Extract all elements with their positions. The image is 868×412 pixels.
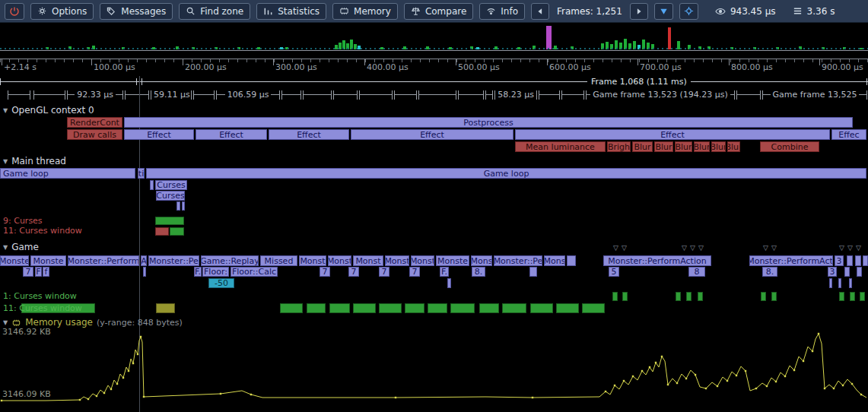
frame-time-bar[interactable] [601,43,604,49]
frame-time-bar[interactable] [470,46,473,49]
zone-bar[interactable] [530,303,553,313]
zone-monste[interactable]: Monste [30,255,66,266]
zone-bar[interactable] [155,217,184,225]
zone-monst[interactable]: Monst [299,255,326,266]
zone-8[interactable]: 8. [762,267,777,277]
zone-7[interactable]: 7 [409,267,420,277]
message-marker-icon[interactable]: ▽ [771,245,777,252]
zone-postprocess[interactable]: Postprocess [124,117,853,128]
subframe-segment[interactable] [125,90,149,100]
zone-blur[interactable]: Blur [711,141,726,152]
zone-bar[interactable] [844,267,850,277]
frame-time-bar[interactable] [192,47,195,49]
zone-curses[interactable]: Curses [155,180,187,190]
zone-bar[interactable] [156,303,175,313]
zone-bar[interactable] [182,201,185,211]
frame-overview[interactable] [0,23,868,51]
section-header-opengl[interactable]: ▼ OpenGL context 0 [3,105,94,116]
zone-effect[interactable]: Effect [124,129,194,140]
frame-time-bar[interactable] [776,47,779,49]
zone-bar[interactable] [838,278,841,288]
frame-time-bar[interactable] [619,43,622,49]
collapse-icon[interactable]: ▼ [3,158,8,165]
message-marker-icon[interactable]: ▽ [690,245,695,252]
options-button[interactable]: Options [30,3,94,20]
info-button[interactable]: Info [479,3,525,20]
zone-game-loop[interactable]: Game loop [0,168,135,179]
zone-curses[interactable]: Curses [156,191,185,201]
zone-8[interactable]: 8 [688,267,705,277]
zone-missed[interactable]: Missed [260,255,297,266]
frame-time-bar[interactable] [350,40,353,49]
frame-bar-row[interactable]: Frame 1,068 (1.11 ms) [0,76,868,87]
frame-time-bar[interactable] [707,46,711,49]
frame-time-bar[interactable] [346,43,349,49]
zone-bar[interactable] [450,303,475,313]
frame-time-bar[interactable] [342,40,345,49]
section-header-memory[interactable]: ▼ Memory usage (y-range: 848 bytes) [3,317,183,328]
zone-monst[interactable]: Monst [411,255,434,266]
zone-f[interactable]: F. [194,267,202,277]
message-marker-icon[interactable]: ▽ [839,245,844,252]
zone-bar[interactable] [155,227,169,236]
zone-bar[interactable] [176,201,180,211]
zone-bar[interactable] [479,303,499,313]
frame-time-bar[interactable] [647,43,650,49]
zone-bar[interactable] [556,303,579,313]
message-marker-icon[interactable]: ▽ [622,245,627,252]
zone-bar[interactable] [582,303,605,313]
zone-bar[interactable] [379,303,402,313]
zoom-to-frame-button[interactable] [654,3,673,20]
statistics-button[interactable]: Statistics [256,3,326,20]
collapse-icon[interactable]: ▼ [3,107,8,114]
zone-bar[interactable] [849,278,852,288]
zone-50[interactable]: -50 [208,278,234,288]
frame-time-bar[interactable] [628,43,631,49]
frame-time-bar[interactable] [403,46,406,49]
subframe-segment[interactable] [193,90,215,100]
subframe-segment[interactable] [418,90,456,100]
zone-bar[interactable] [612,292,618,301]
frame-time-bar[interactable] [642,40,645,49]
message-marker-icon[interactable]: ▽ [613,245,618,252]
subframe-segment[interactable] [458,90,484,100]
zone-monster-pe[interactable]: Monster::Pe [494,255,542,266]
zone-monster-perform[interactable]: Monster::Perform [68,255,139,266]
power-button[interactable] [5,3,24,20]
zone-effect[interactable]: Effect [351,129,513,140]
frame-time-bar[interactable] [698,46,701,49]
subframe-segment[interactable] [303,90,332,100]
frame-time-bar[interactable] [571,46,574,49]
zone-monster-performaction[interactable]: Monster::PerformAction [603,255,711,266]
find-zone-button[interactable]: Find zone [179,3,250,20]
zone-monste[interactable]: Monste [0,255,29,266]
zone-f[interactable]: F. [440,267,449,277]
zone-brigh[interactable]: Brigh [607,141,631,152]
zone-bar[interactable] [850,292,855,301]
zone-effec[interactable]: Effec [831,129,866,140]
frame-time-bar[interactable] [554,46,557,49]
frame-time-bar[interactable] [237,47,240,49]
section-header-main-thread[interactable]: ▼ Main thread [3,156,66,166]
frame-time-bar[interactable] [339,43,342,49]
collapse-icon[interactable]: ▼ [3,244,8,251]
zone-combine[interactable]: Combine [760,141,819,152]
zone-monst[interactable]: Monst [385,255,409,266]
frame-time-bar[interactable] [533,46,536,49]
zone-bar[interactable] [353,303,376,313]
subframe-segment[interactable] [33,90,65,100]
zone-monste[interactable]: Monste [436,255,469,266]
zone-blur[interactable]: Blur [632,141,653,152]
zone-ti[interactable]: ti [138,168,145,179]
zone-bar[interactable] [860,292,865,301]
subframe-segment[interactable]: 59.11 μs [151,90,192,100]
zone-7[interactable]: 7 [23,267,33,277]
zone-blur[interactable]: Blur [694,141,710,152]
zone-f[interactable]: F [35,267,42,277]
message-marker-icon[interactable]: ▽ [698,245,704,252]
zone-bar[interactable] [150,180,154,190]
frame-time-bar[interactable] [730,47,733,49]
center-view-button[interactable] [679,3,698,20]
frame-time-bar[interactable] [122,47,125,49]
zone-bar[interactable] [405,303,424,313]
